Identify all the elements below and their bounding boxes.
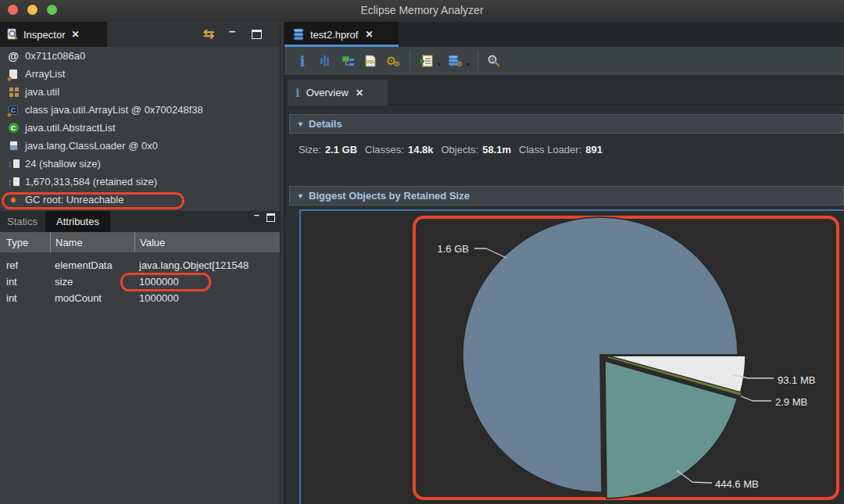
classloader-icon — [5, 140, 21, 152]
objects-label: Objects: — [442, 144, 479, 155]
attributes-table: Type Name Value ref elementData java.lan… — [0, 232, 280, 504]
details-summary: Size:2.1 GBClasses:14.8kObjects:58.1mCla… — [299, 144, 610, 155]
details-title: Details — [309, 118, 342, 130]
list-item[interactable]: C java.util.AbstractList — [0, 119, 280, 137]
class-icon: C — [5, 104, 21, 116]
dropdown-arrow-icon[interactable]: ▾ — [438, 61, 441, 68]
sync-icon[interactable]: ⇆ — [203, 26, 214, 42]
pie-slice-label: 93.1 MB — [778, 374, 815, 386]
minimize-panel-icon[interactable]: – — [254, 209, 259, 220]
list-item-label: java.lang.ClassLoader @ 0x0 — [25, 140, 158, 152]
pie-slice-label: 2.9 MB — [775, 396, 807, 408]
list-item-label: ArrayList — [25, 68, 65, 80]
info-icon: i — [295, 86, 300, 100]
pie-leader-line — [474, 248, 506, 258]
size-label: Size: — [299, 144, 321, 155]
table-header-row: Type Name Value — [0, 232, 280, 252]
close-icon[interactable]: ✕ — [356, 88, 363, 98]
list-item-label: class java.util.ArrayList @ 0x700248f38 — [25, 104, 203, 116]
size-value: 2.1 GB — [325, 144, 357, 155]
query-browser-button[interactable]: ⚙ — [445, 51, 464, 71]
list-item[interactable]: ↕ 24 (shallow size) — [0, 155, 280, 173]
inspector-tab-label: Inspector — [23, 29, 65, 41]
pie-chart-svg[interactable]: 93.1 MB2.9 MB444.6 MB1.6 GB — [301, 211, 844, 504]
instance-icon — [5, 68, 21, 80]
list-item-label: java.util.AbstractList — [25, 122, 116, 134]
list-item[interactable]: java.util — [0, 83, 280, 101]
disclosure-triangle-icon: ▾ — [299, 120, 302, 128]
list-item[interactable]: ArrayList — [0, 65, 280, 83]
list-item-label: 0x711c086a0 — [25, 50, 85, 62]
toolbar-separator — [409, 52, 410, 70]
histogram-button[interactable] — [316, 51, 334, 71]
classes-value: 14.8k — [408, 144, 434, 155]
list-item-gc-root[interactable]: GC root: Unreachable — [0, 191, 280, 209]
table-row[interactable]: ref elementData java.lang.Object[121548 — [0, 257, 280, 273]
list-item-label: GC root: Unreachable — [25, 194, 123, 206]
gc-root-icon — [5, 194, 21, 206]
search-button[interactable] — [485, 51, 503, 71]
customize-gears-button[interactable]: ⚙ ⚙ — [384, 51, 402, 71]
overview-tab-label: Overview — [306, 87, 349, 98]
dropdown-arrow-icon[interactable]: ▾ — [467, 61, 470, 68]
heap-dump-icon — [292, 28, 305, 41]
inspector-icon — [6, 28, 19, 41]
oql-button[interactable]: OQL — [361, 51, 380, 71]
tab-inspector[interactable]: Inspector ✕ — [0, 22, 107, 47]
dominator-tree-button[interactable] — [338, 51, 357, 71]
minimize-view-icon[interactable]: – — [229, 24, 235, 38]
close-icon[interactable]: ✕ — [365, 29, 373, 40]
retained-size-icon: ↕ — [5, 176, 21, 188]
column-header-type[interactable]: Type — [0, 237, 50, 248]
run-expert-report-button[interactable] — [417, 51, 435, 71]
pie-leader-line — [741, 396, 771, 401]
tab-attributes[interactable]: Attributes — [45, 211, 110, 232]
tab-test2-hprof[interactable]: test2.hprof ✕ — [284, 22, 399, 47]
inspector-lower-tabstrip: Statics Attributes — [0, 211, 280, 232]
column-header-name[interactable]: Name — [50, 232, 134, 252]
pie-slice-label: 1.6 GB — [438, 243, 469, 255]
biggest-objects-title: Biggest Objects by Retained Size — [309, 190, 470, 202]
package-icon — [5, 86, 21, 98]
biggest-objects-section-header[interactable]: ▾ Biggest Objects by Retained Size — [289, 186, 844, 206]
objects-value: 58.1m — [482, 144, 511, 155]
superclass-icon: C — [5, 122, 21, 134]
close-icon[interactable]: ✕ — [71, 29, 79, 40]
tab-statics[interactable]: Statics — [0, 211, 45, 232]
maximize-view-icon[interactable] — [252, 30, 262, 39]
biggest-objects-pie-chart[interactable]: 93.1 MB2.9 MB444.6 MB1.6 GB — [299, 209, 844, 504]
inspector-object-list: @ 0x711c086a0 ArrayList java.util C clas… — [0, 47, 280, 211]
gear-icon: ⚙ — [393, 59, 400, 68]
overview-info-button[interactable]: i — [293, 51, 312, 71]
window-title: Eclipse Memory Analyzer — [0, 4, 844, 16]
pie-slice-label: 444.6 MB — [715, 478, 759, 490]
list-item[interactable]: C class java.util.ArrayList @ 0x700248f3… — [0, 101, 280, 119]
eclipse-memory-analyzer-window: { "window": { "title": "Eclipse Memory A… — [0, 0, 844, 504]
list-item[interactable]: ↕ 1,670,313,584 (retained size) — [0, 173, 280, 191]
svg-text:OQL: OQL — [366, 59, 376, 64]
object-address-icon: @ — [5, 50, 21, 63]
classloader-value: 891 — [585, 144, 603, 155]
table-row[interactable]: int modCount 1000000 — [0, 290, 280, 306]
toolbar-separator — [477, 52, 478, 70]
classes-label: Classes: — [365, 144, 404, 155]
details-section-header[interactable]: ▾ Details — [289, 114, 844, 134]
disclosure-triangle-icon: ▾ — [299, 191, 302, 200]
editor-tab-label: test2.hprof — [310, 29, 358, 41]
list-item-label: java.util — [25, 86, 59, 98]
list-item[interactable]: @ 0x711c086a0 — [0, 47, 280, 65]
titlebar: Eclipse Memory Analyzer — [0, 0, 844, 23]
svg-text:⚙: ⚙ — [456, 60, 462, 68]
table-row[interactable]: int size 1000000 — [0, 273, 280, 290]
editor-toolbar: i OQL ⚙ ⚙ ▾ — [284, 47, 844, 76]
list-item[interactable]: java.lang.ClassLoader @ 0x0 — [0, 137, 280, 155]
classloader-label: Class Loader: — [519, 144, 581, 155]
tab-overview[interactable]: i Overview ✕ — [288, 80, 388, 105]
maximize-panel-icon[interactable] — [266, 213, 275, 222]
list-item-label: 1,670,313,584 (retained size) — [25, 176, 157, 188]
column-header-value[interactable]: Value — [134, 232, 280, 252]
shallow-size-icon: ↕ — [5, 158, 21, 170]
list-item-label: 24 (shallow size) — [25, 158, 101, 170]
